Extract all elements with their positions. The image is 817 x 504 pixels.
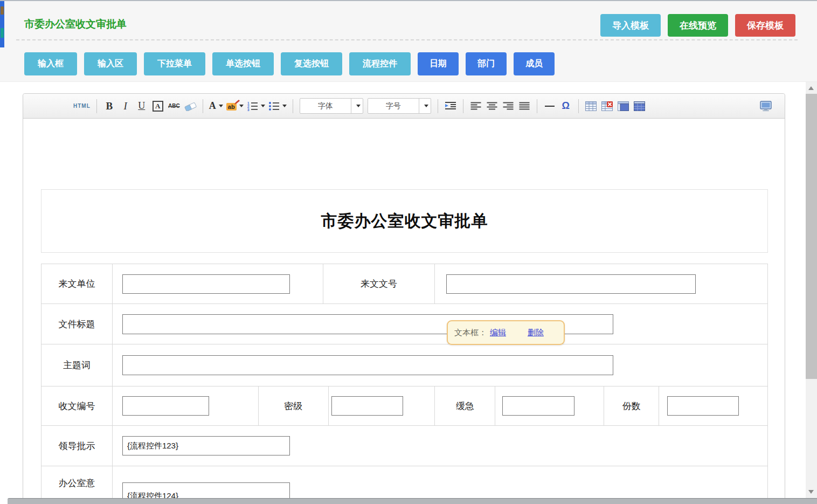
insert-table-button[interactable] bbox=[585, 98, 598, 114]
font-size-label: 字号 bbox=[368, 101, 419, 111]
eraser-button[interactable] bbox=[184, 98, 197, 114]
editor-toolbar: HTML B I U A ABC A ab 1 2 bbox=[23, 94, 785, 119]
font-color-button[interactable]: A bbox=[209, 98, 223, 114]
align-justify-button[interactable] bbox=[518, 98, 531, 114]
tooltip-delete-link[interactable]: 删除 bbox=[528, 328, 544, 338]
text-input-control[interactable] bbox=[502, 396, 574, 416]
horizontal-rule-button[interactable] bbox=[543, 98, 556, 114]
fullscreen-button[interactable] bbox=[759, 98, 773, 114]
form-label-cell: 主题词 bbox=[41, 344, 113, 386]
font-family-select[interactable]: 字体 bbox=[300, 98, 363, 114]
input-area-button[interactable]: 输入区 bbox=[84, 52, 137, 75]
chevron-down-icon bbox=[356, 105, 361, 107]
rich-text-editor: HTML B I U A ABC A ab 1 2 bbox=[23, 93, 785, 504]
department-button[interactable]: 部门 bbox=[466, 52, 507, 75]
indent-button[interactable] bbox=[444, 98, 457, 114]
char-border-icon: A bbox=[153, 101, 163, 112]
delete-table-button[interactable] bbox=[601, 98, 614, 114]
form-label-cell: 领导批示 bbox=[41, 426, 113, 466]
underline-icon: U bbox=[138, 100, 145, 112]
control-tooltip: 文本框： 编辑 删除 bbox=[447, 320, 565, 345]
align-center-button[interactable] bbox=[486, 98, 498, 114]
tooltip-edit-link[interactable]: 编辑 bbox=[490, 328, 506, 338]
eraser-icon bbox=[184, 101, 197, 111]
page-title: 市委办公室收文审批单 bbox=[24, 17, 127, 31]
flow-control-button[interactable]: 流程控件 bbox=[349, 52, 411, 75]
font-family-dropdown-arrow[interactable] bbox=[351, 99, 363, 113]
form-input-cell bbox=[495, 386, 604, 426]
text-input-control[interactable] bbox=[667, 396, 739, 416]
font-size-select[interactable]: 字号 bbox=[368, 98, 431, 114]
document-title-box[interactable]: 市委办公室收文审批单 bbox=[41, 189, 768, 253]
form-label-cell: 文件标题 bbox=[41, 304, 113, 344]
header-divider bbox=[16, 39, 798, 40]
input-box-button[interactable]: 输入框 bbox=[24, 52, 77, 75]
text-input-control[interactable] bbox=[331, 396, 403, 416]
ordered-list-button[interactable]: 1 2 3 bbox=[247, 98, 265, 114]
toolbar-separator bbox=[438, 99, 438, 113]
table-cell-button[interactable] bbox=[617, 98, 630, 114]
scroll-down-arrow[interactable] bbox=[808, 490, 814, 494]
vertical-scrollbar[interactable] bbox=[806, 82, 817, 498]
align-right-button[interactable] bbox=[502, 98, 515, 114]
char-border-button[interactable]: A bbox=[151, 98, 164, 114]
underline-button[interactable]: U bbox=[135, 98, 148, 114]
italic-button[interactable]: I bbox=[119, 98, 132, 114]
unordered-list-button[interactable] bbox=[268, 98, 287, 114]
svg-text:3: 3 bbox=[247, 108, 250, 111]
dropdown-menu-button[interactable]: 下拉菜单 bbox=[144, 52, 205, 75]
table-props-button[interactable] bbox=[633, 98, 646, 114]
table-row: 文件标题 bbox=[41, 304, 768, 344]
table-row: 主题词 bbox=[41, 344, 768, 386]
import-template-button[interactable]: 导入模板 bbox=[600, 14, 661, 37]
text-input-control[interactable] bbox=[446, 274, 696, 294]
form-input-cell bbox=[435, 264, 768, 304]
scrollbar-thumb[interactable] bbox=[806, 94, 817, 379]
date-button[interactable]: 日期 bbox=[418, 52, 459, 75]
font-color-icon: A bbox=[209, 100, 216, 112]
toolbar-separator bbox=[203, 99, 203, 113]
align-left-icon bbox=[470, 102, 481, 110]
table-row: 领导批示 {流程控件123} bbox=[41, 426, 768, 466]
toolbar-separator bbox=[537, 99, 537, 113]
font-size-dropdown-arrow[interactable] bbox=[419, 99, 431, 113]
online-preview-button[interactable]: 在线预览 bbox=[668, 14, 728, 37]
strikethrough-icon: ABC bbox=[168, 103, 180, 109]
ordered-list-icon: 1 2 3 bbox=[247, 101, 258, 111]
strikethrough-button[interactable]: ABC bbox=[168, 98, 181, 114]
form-input-cell: {流程控件123} bbox=[113, 426, 768, 466]
toolbar-separator bbox=[293, 99, 293, 113]
text-input-control[interactable] bbox=[122, 274, 290, 294]
radio-button-button[interactable]: 单选按钮 bbox=[212, 52, 274, 75]
align-right-icon bbox=[503, 102, 514, 110]
save-template-button[interactable]: 保存模板 bbox=[735, 14, 795, 37]
align-center-icon bbox=[487, 102, 497, 110]
pencil-icon bbox=[234, 99, 240, 105]
editor-canvas[interactable]: 市委办公室收文审批单 来文单位 来文文号 文件标题 主题词 bbox=[23, 119, 785, 504]
member-button[interactable]: 成员 bbox=[514, 52, 555, 75]
source-code-button[interactable]: HTML bbox=[73, 98, 91, 114]
align-left-button[interactable] bbox=[469, 98, 482, 114]
background-window-edge bbox=[0, 1, 4, 47]
bold-button[interactable]: B bbox=[103, 98, 116, 114]
background-taskbar-edge bbox=[8, 498, 817, 504]
indent-icon bbox=[445, 101, 456, 111]
tooltip-label: 文本框： bbox=[454, 328, 487, 338]
highlight-color-button[interactable]: ab bbox=[226, 98, 244, 114]
horizontal-rule-icon bbox=[545, 106, 555, 107]
scroll-up-arrow[interactable] bbox=[808, 86, 814, 90]
italic-icon: I bbox=[124, 100, 127, 112]
text-input-control[interactable] bbox=[122, 396, 209, 416]
flow-control-placeholder[interactable]: {流程控件123} bbox=[122, 436, 290, 455]
insert-table-icon bbox=[585, 101, 597, 111]
checkbox-button[interactable]: 复选按钮 bbox=[281, 52, 342, 75]
omega-icon: Ω bbox=[562, 100, 569, 112]
form-label-cell: 来文文号 bbox=[323, 264, 435, 304]
form-table: 来文单位 来文文号 文件标题 主题词 bbox=[41, 264, 768, 504]
form-input-cell bbox=[113, 304, 768, 344]
form-input-cell bbox=[113, 386, 259, 426]
text-input-control[interactable] bbox=[122, 355, 613, 375]
window-top-edge bbox=[0, 0, 817, 1]
document-title: 市委办公室收文审批单 bbox=[321, 210, 488, 232]
special-char-button[interactable]: Ω bbox=[559, 98, 572, 114]
